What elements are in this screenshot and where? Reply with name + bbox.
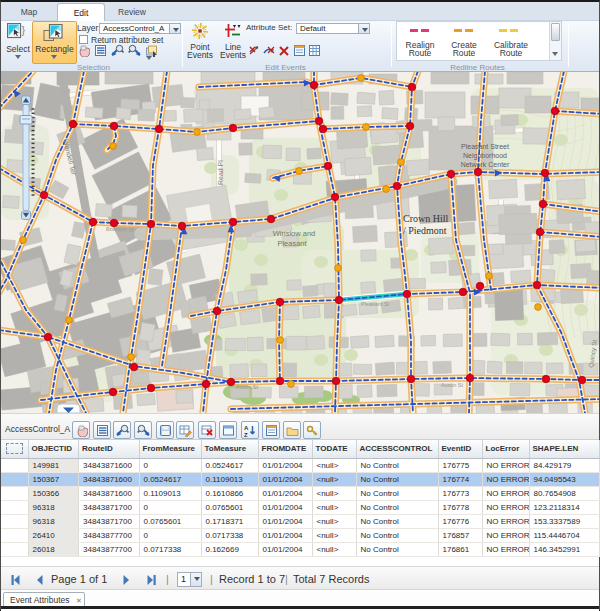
svg-text:Bowdoin St: Bowdoin St (106, 226, 134, 232)
svg-text:Read Pl: Read Pl (217, 160, 224, 185)
svg-text:Neighborhood: Neighborhood (463, 152, 507, 160)
svg-text:Pleasant: Pleasant (277, 239, 307, 248)
svg-text:Z: Z (244, 431, 248, 437)
svg-text:Network Center: Network Center (461, 161, 510, 168)
svg-text:/ Piedmont: / Piedmont (403, 225, 447, 236)
svg-text:Austin St: Austin St (236, 384, 258, 390)
svg-text:Pleasant St: Pleasant St (361, 301, 390, 307)
svg-text:Pleasant Street: Pleasant Street (461, 143, 509, 150)
svg-text:Austin St: Austin St (441, 382, 463, 388)
svg-text:}: } (22, 24, 26, 36)
svg-text:Crown Hill: Crown Hill (403, 213, 449, 224)
svg-text:Winslow and: Winslow and (273, 229, 316, 238)
svg-text:A: A (244, 425, 249, 431)
